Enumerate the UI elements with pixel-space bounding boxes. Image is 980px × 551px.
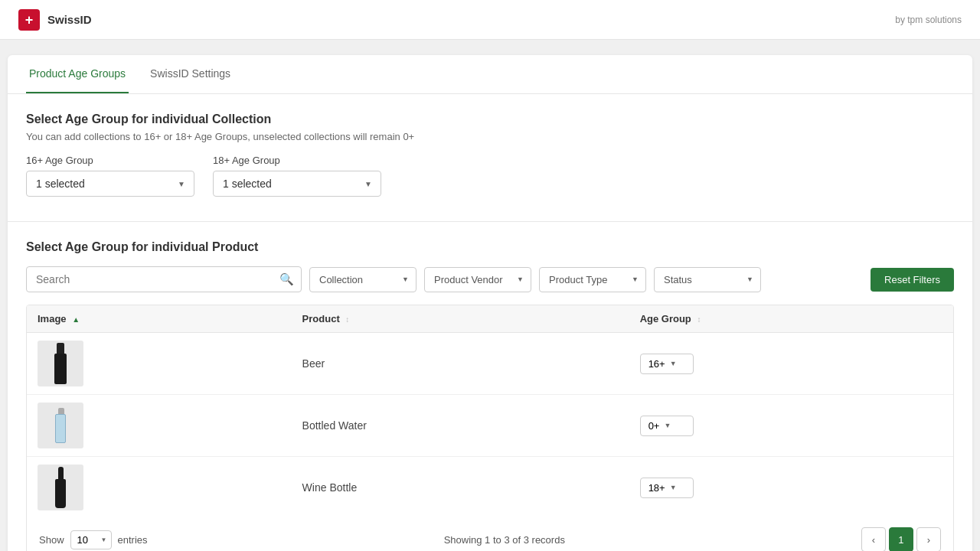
water-age-badge[interactable]: 0+ ▼ — [640, 416, 694, 436]
age18-dropdown-wrap: 1 selected — [213, 171, 381, 197]
table-row: Bottled Water 0+ ▼ — [27, 395, 953, 457]
tab-product-age-groups[interactable]: Product Age Groups — [26, 55, 129, 93]
table-footer-left: Show 10 25 50 100 entries — [39, 530, 148, 549]
age18-select[interactable]: 1 selected — [213, 171, 381, 197]
beer-product-name: Beer — [292, 333, 629, 395]
col-age-group: Age Group ↕ — [629, 305, 953, 333]
beer-age-badge-arrow: ▼ — [670, 360, 677, 367]
pagination-page-1-button[interactable]: 1 — [889, 527, 913, 551]
brand-name: SwissID — [47, 13, 92, 26]
beer-age-badge[interactable]: 16+ ▼ — [640, 354, 694, 374]
col-image: Image ▲ — [27, 305, 292, 333]
age16-select[interactable]: 1 selected — [26, 171, 194, 197]
showing-text: Showing 1 to 3 of 3 records — [444, 534, 565, 546]
vendor-filter[interactable]: Product Vendor — [424, 267, 531, 292]
wine-product-name: Wine Bottle — [292, 457, 629, 519]
water-age-group-cell: 0+ ▼ — [629, 395, 953, 457]
search-wrapper: 🔍 — [26, 266, 302, 292]
page-content: Select Age Group for individual Collecti… — [8, 94, 972, 551]
beer-product-image — [38, 341, 83, 386]
wine-age-badge-arrow: ▼ — [670, 484, 677, 491]
water-product-image — [38, 403, 83, 448]
search-input[interactable] — [26, 266, 302, 292]
pagination-prev-button[interactable]: ‹ — [861, 527, 886, 551]
product-sort-icon[interactable]: ↕ — [345, 315, 349, 324]
show-label: Show — [39, 534, 64, 546]
tagline: by tpm solutions — [895, 15, 962, 25]
collection-section-description: You can add collections to 16+ or 18+ Ag… — [26, 131, 954, 142]
wine-age-badge[interactable]: 18+ ▼ — [640, 478, 694, 498]
collection-filter-wrap: Collection — [309, 267, 416, 292]
table-row: Beer 16+ ▼ — [27, 333, 953, 395]
collection-section-title: Select Age Group for individual Collecti… — [26, 112, 954, 126]
reset-filters-button[interactable]: Reset Filters — [871, 268, 954, 292]
col-product: Product ↕ — [292, 305, 629, 333]
age18-group-item: 18+ Age Group 1 selected — [213, 155, 381, 197]
entries-select[interactable]: 10 25 50 100 — [70, 530, 112, 549]
wine-image-cell — [27, 457, 292, 519]
water-product-name: Bottled Water — [292, 395, 629, 457]
status-filter-wrap: Status — [654, 267, 761, 292]
table-footer: Show 10 25 50 100 entries Showing 1 to 3… — [27, 518, 953, 551]
age16-group-item: 16+ Age Group 1 selected — [26, 155, 194, 197]
status-filter[interactable]: Status — [654, 267, 761, 292]
age-group-sort-icon[interactable]: ↕ — [697, 315, 701, 324]
search-icon: 🔍 — [279, 272, 294, 286]
water-image-cell — [27, 395, 292, 457]
product-table-wrapper: Image ▲ Product ↕ Age Group ↕ — [26, 305, 954, 551]
age-group-selectors: 16+ Age Group 1 selected 18+ Age Group 1… — [26, 155, 954, 197]
beer-image-cell — [27, 333, 292, 395]
section-divider — [8, 221, 972, 222]
water-age-badge-wrap: 0+ ▼ — [640, 416, 694, 436]
swissid-logo-icon — [18, 9, 40, 31]
brand-area: SwissID — [18, 9, 92, 31]
main-container: Product Age Groups SwissID Settings Sele… — [8, 55, 972, 551]
water-age-badge-arrow: ▼ — [664, 422, 671, 429]
filter-row: 🔍 Collection Product Vendor Product Type — [26, 266, 954, 292]
tab-swissid-settings[interactable]: SwissID Settings — [147, 55, 234, 93]
age16-dropdown-wrap: 1 selected — [26, 171, 194, 197]
wine-age-group-cell: 18+ ▼ — [629, 457, 953, 519]
entries-label: entries — [118, 534, 148, 546]
vendor-filter-wrap: Product Vendor — [424, 267, 531, 292]
collection-filter[interactable]: Collection — [309, 267, 416, 292]
top-navigation: SwissID by tpm solutions — [0, 0, 980, 40]
table-header-row: Image ▲ Product ↕ Age Group ↕ — [27, 305, 953, 333]
age18-label: 18+ Age Group — [213, 155, 381, 166]
beer-age-badge-wrap: 16+ ▼ — [640, 354, 694, 374]
type-filter-wrap: Product Type — [539, 267, 646, 292]
tab-bar: Product Age Groups SwissID Settings — [8, 55, 972, 94]
pagination-next-button[interactable]: › — [916, 527, 941, 551]
wine-age-badge-wrap: 18+ ▼ — [640, 478, 694, 498]
product-table-body: Beer 16+ ▼ — [27, 333, 953, 519]
wine-product-image — [38, 465, 83, 510]
product-section-title: Select Age Group for individual Product — [26, 240, 954, 254]
pagination: ‹ 1 › — [861, 527, 941, 551]
image-sort-icon[interactable]: ▲ — [72, 315, 80, 324]
product-table: Image ▲ Product ↕ Age Group ↕ — [27, 305, 953, 518]
collection-section: Select Age Group for individual Collecti… — [26, 112, 954, 197]
product-section: Select Age Group for individual Product … — [26, 240, 954, 551]
table-row: Wine Bottle 18+ ▼ — [27, 457, 953, 519]
type-filter[interactable]: Product Type — [539, 267, 646, 292]
beer-age-group-cell: 16+ ▼ — [629, 333, 953, 395]
entries-wrap: 10 25 50 100 — [70, 530, 112, 549]
age16-label: 16+ Age Group — [26, 155, 194, 166]
